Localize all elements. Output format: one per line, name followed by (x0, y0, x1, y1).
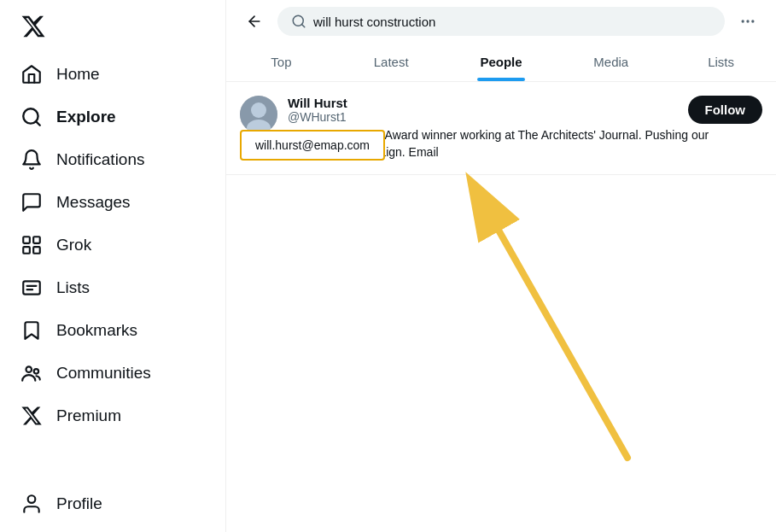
sidebar-item-premium[interactable]: Premium (10, 396, 215, 436)
sidebar-item-premium-label: Premium (56, 406, 121, 425)
explore-icon (20, 106, 43, 128)
svg-point-15 (742, 20, 744, 22)
svg-rect-5 (33, 247, 40, 254)
arrow-annotation (397, 150, 636, 470)
sidebar-item-lists-label: Lists (56, 278, 90, 297)
search-input[interactable] (313, 15, 711, 29)
main-header (226, 0, 776, 43)
sidebar-item-bookmarks[interactable]: Bookmarks (10, 311, 215, 350)
grok-icon (20, 234, 43, 256)
more-options-button[interactable] (733, 7, 762, 36)
sidebar-item-bookmarks-label: Bookmarks (56, 321, 137, 340)
ellipsis-icon (739, 13, 756, 30)
communities-icon (20, 362, 43, 384)
bio-text-2: our (688, 128, 709, 142)
avatar (240, 96, 277, 133)
user-display-name[interactable]: Will Hurst (288, 96, 347, 110)
sidebar-item-grok[interactable]: Grok (10, 225, 215, 265)
svg-rect-3 (33, 237, 40, 243)
user-card-will-hurst: Will Hurst @WHurst1 Follow British Journ… (226, 82, 776, 175)
svg-point-17 (751, 20, 754, 22)
main-content: Top Latest People Media Lists Will Hurst (226, 0, 776, 532)
sidebar-item-communities[interactable]: Communities (10, 354, 215, 393)
sidebar-item-profile[interactable]: Profile (10, 484, 215, 523)
sidebar-item-notifications-label: Notifications (56, 150, 145, 169)
sidebar-item-explore[interactable]: Explore (10, 97, 215, 137)
premium-icon (20, 405, 43, 427)
tab-top[interactable]: Top (226, 43, 336, 81)
sidebar-item-messages[interactable]: Messages (10, 183, 215, 222)
user-name-handle: Will Hurst @WHurst1 (288, 96, 347, 124)
svg-rect-4 (23, 247, 30, 254)
svg-line-1 (36, 121, 40, 126)
profile-icon (20, 493, 43, 515)
search-results: Will Hurst @WHurst1 Follow British Journ… (226, 82, 776, 532)
user-handle[interactable]: @WHurst1 (288, 110, 347, 124)
bookmarks-icon (20, 319, 43, 342)
tab-people[interactable]: People (446, 43, 557, 81)
lists-icon (20, 277, 43, 299)
svg-point-10 (34, 369, 38, 373)
sidebar-item-grok-label: Grok (56, 236, 91, 254)
sidebar-item-messages-label: Messages (56, 193, 131, 212)
svg-rect-2 (23, 237, 30, 243)
sidebar: Home Explore Notifications Messages (0, 0, 226, 532)
svg-line-22 (482, 202, 627, 458)
x-logo[interactable] (10, 7, 215, 50)
svg-point-19 (251, 102, 266, 118)
sidebar-item-home-label: Home (56, 65, 100, 84)
search-icon (291, 14, 306, 29)
sidebar-item-communities-label: Communities (56, 364, 151, 383)
sidebar-item-profile-label: Profile (56, 494, 102, 513)
home-icon (20, 63, 43, 85)
sidebar-item-notifications[interactable]: Notifications (10, 140, 215, 179)
svg-line-14 (301, 24, 304, 26)
messages-icon (20, 191, 43, 213)
svg-point-16 (746, 20, 749, 22)
follow-button[interactable]: Follow (688, 96, 763, 124)
tab-latest[interactable]: Latest (336, 43, 446, 81)
tab-lists[interactable]: Lists (666, 43, 776, 81)
search-bar[interactable] (277, 7, 725, 36)
back-button[interactable] (240, 7, 269, 36)
tab-media[interactable]: Media (556, 43, 666, 81)
notifications-icon (20, 149, 43, 171)
svg-point-11 (28, 495, 36, 503)
user-name-row: Will Hurst @WHurst1 Follow (288, 96, 762, 124)
svg-rect-6 (23, 281, 40, 294)
search-tabs: Top Latest People Media Lists (226, 43, 776, 82)
sidebar-item-lists[interactable]: Lists (10, 268, 215, 307)
svg-point-9 (26, 366, 32, 372)
sidebar-item-explore-label: Explore (56, 108, 116, 126)
sidebar-item-home[interactable]: Home (10, 55, 215, 94)
email-annotation: will.hurst@emap.com (240, 130, 385, 161)
